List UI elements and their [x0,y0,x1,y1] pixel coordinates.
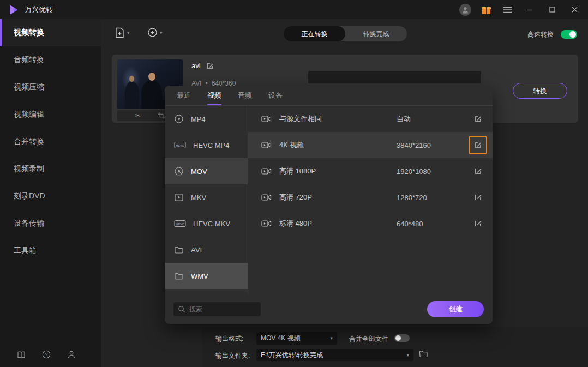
sidebar-item-video-compress[interactable]: 视频压缩 [0,74,101,101]
convert-button[interactable]: 转换 [513,83,567,99]
high-speed-toggle[interactable] [561,30,577,39]
resolution-value: 3840*2160 [397,141,469,149]
scissors-icon[interactable]: ✂ [135,112,141,119]
sidebar-item-label: 视频录制 [14,164,44,174]
sidebar-item-merge-convert[interactable]: 合并转换 [0,128,101,155]
resolution-row-720p[interactable]: 高清 720P 1280*720 [248,184,493,210]
sidebar-item-video-convert[interactable]: 视频转换 [0,19,101,46]
resolution-row-1080p[interactable]: 高清 1080P 1920*1080 [248,158,493,184]
edit-pencil-icon[interactable] [469,188,487,207]
menu-icon[interactable] [501,4,513,16]
add-device-button[interactable]: ▾ [147,27,163,38]
tab-converting[interactable]: 正在转换 [284,26,345,41]
hevc-badge-icon: HEVC [174,219,186,228]
resolution-row-4k[interactable]: 4K 视频 3840*2160 [248,132,493,158]
format-label: HEVC MKV [193,220,230,228]
sidebar-item-burn-dvd[interactable]: 刻录DVD [0,183,101,210]
mkv-play-icon [174,192,184,202]
output-format-dropdown[interactable]: MOV 4K 视频 ▾ [256,332,337,345]
output-folder-dropdown[interactable]: E:\万兴优转\转换完成 ▾ [256,349,413,361]
app-logo-icon [8,4,20,16]
format-item-mkv[interactable]: MKV [165,184,248,210]
popup-tab-audio[interactable]: 音频 [238,86,252,105]
book-icon[interactable] [15,348,27,360]
resolution-value: 640*480 [397,220,469,228]
sidebar-item-video-edit[interactable]: 视频编辑 [0,101,101,128]
create-button[interactable]: 创建 [427,301,484,317]
output-folder-label: 输出文件夹: [215,351,250,360]
video-camera-icon [261,194,272,201]
video-camera-icon [261,220,272,227]
sidebar-item-screen-record[interactable]: 视频录制 [0,155,101,183]
popup-tab-device[interactable]: 设备 [268,86,283,105]
high-speed-label: 高速转换 [527,30,554,39]
popup-tabs: 最近 视频 音频 设备 [165,86,493,106]
edit-pencil-icon[interactable] [469,162,487,181]
gift-icon[interactable] [482,5,491,14]
maximize-icon[interactable] [546,4,558,16]
add-file-button[interactable]: ▾ [114,27,130,39]
popup-tab-recent[interactable]: 最近 [177,86,191,105]
format-list: MP4 HEVC HEVC MP4 MOV MKV HEVC HEVC MKV [165,106,248,294]
sidebar-item-label: 设备传输 [14,219,44,228]
popup-footer: 创建 [165,294,493,324]
format-item-wmv[interactable]: WMV [165,263,248,289]
sidebar-item-audio-convert[interactable]: 音频转换 [0,46,101,74]
account-icon[interactable] [65,348,77,360]
format-label: MP4 [191,115,206,123]
popup-tab-video[interactable]: 视频 [207,86,221,105]
format-label: WMV [191,272,208,280]
chevron-down-icon: ▾ [406,352,409,358]
output-format-label: 输出格式: [215,334,243,344]
resolution-label: 4K 视频 [279,140,397,150]
edit-pencil-icon[interactable] [206,62,214,70]
format-label: AVI [191,246,202,254]
sidebar-item-label: 音频转换 [14,55,44,65]
format-item-hevc-mp4[interactable]: HEVC HEVC MP4 [165,132,248,158]
tab-label: 正在转换 [302,29,328,39]
user-avatar-icon[interactable] [459,4,471,16]
resolution-label: 高清 720P [279,192,397,202]
merge-files-toggle[interactable] [394,334,410,342]
edit-pencil-icon[interactable] [469,110,487,128]
edit-pencil-icon-highlighted[interactable] [469,136,487,154]
sidebar-item-toolbox[interactable]: 工具箱 [0,237,101,264]
format-label: MOV [191,167,207,176]
folder-icon [419,350,428,358]
popup-tab-label: 最近 [177,91,191,100]
sidebar-item-label: 视频编辑 [14,110,44,119]
chevron-down-icon: ▾ [330,335,333,341]
resolution-row-same-as-source[interactable]: 与源文件相同 自动 [248,106,493,132]
open-folder-button[interactable] [419,350,428,358]
format-label: MKV [191,194,206,202]
sidebar-item-device-transfer[interactable]: 设备传输 [0,210,101,237]
tab-label: 转换完成 [363,29,389,39]
crop-icon[interactable] [158,112,165,119]
format-search-box[interactable] [173,302,261,316]
help-icon[interactable]: ? [40,348,52,360]
format-search-input[interactable] [189,305,249,313]
sidebar-item-label: 视频转换 [14,28,44,38]
minimize-icon[interactable] [524,4,536,16]
search-icon [178,305,185,313]
app-title: 万兴优转 [25,5,53,15]
close-icon[interactable] [568,4,580,16]
resolution-value: 1280*720 [397,194,469,202]
sidebar-item-label: 视频压缩 [14,82,44,92]
format-item-avi[interactable]: AVI [165,237,248,263]
file-name: avi [191,62,201,70]
resolution-label: 与源文件相同 [279,114,397,124]
folder-icon [174,246,184,254]
format-item-mov[interactable]: MOV [165,158,248,184]
popup-tab-label: 视频 [207,91,221,100]
resolution-row-480p[interactable]: 标清 480P 640*480 [248,210,493,237]
tab-converted[interactable]: 转换完成 [345,26,407,41]
mp4-circle-icon [174,114,184,124]
popup-tab-label: 设备 [268,91,283,100]
format-item-hevc-mkv[interactable]: HEVC HEVC MKV [165,210,248,237]
edit-pencil-icon[interactable] [469,214,487,233]
hevc-badge-icon: HEVC [174,141,186,149]
format-item-mp4[interactable]: MP4 [165,106,248,132]
output-format-selector[interactable] [308,71,481,83]
video-camera-icon [261,141,272,149]
